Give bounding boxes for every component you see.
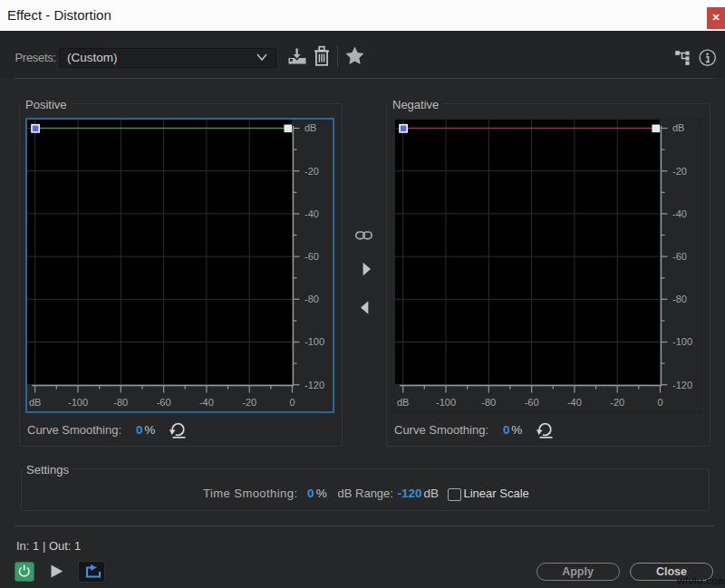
svg-text:-60: -60 [304,251,319,262]
svg-text:-20: -20 [242,397,256,408]
svg-text:-80: -80 [481,397,496,408]
svg-text:-120: -120 [304,380,324,390]
svg-text:-60: -60 [157,397,171,408]
svg-text:0: 0 [657,397,662,408]
svg-text:-80: -80 [113,397,128,408]
svg-text:-20: -20 [610,397,624,408]
svg-text:dB: dB [396,397,408,408]
svg-text:-60: -60 [524,397,538,408]
svg-text:-80: -80 [672,294,687,304]
svg-text:-100: -100 [68,397,88,408]
svg-text:-120: -120 [672,380,692,390]
svg-text:-20: -20 [672,166,687,177]
svg-text:-80: -80 [304,294,319,304]
svg-text:-40: -40 [304,208,319,219]
svg-text:0: 0 [289,397,295,408]
svg-text:-40: -40 [199,397,214,408]
svg-text:-100: -100 [435,397,455,408]
svg-text:dB: dB [29,397,41,408]
svg-text:-40: -40 [566,397,581,408]
svg-text:dB: dB [672,122,684,133]
svg-text:-100: -100 [672,336,692,347]
svg-text:-100: -100 [304,336,324,347]
svg-text:-20: -20 [304,166,319,177]
svg-text:-40: -40 [672,208,687,219]
svg-text:-60: -60 [672,251,687,262]
svg-text:dB: dB [304,122,316,133]
